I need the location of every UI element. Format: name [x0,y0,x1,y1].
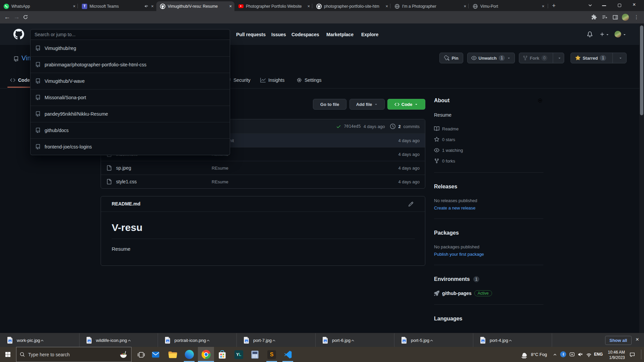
start-button-icon[interactable] [5,352,11,357]
publish-package-link[interactable]: Publish your first package [434,252,484,257]
search-suggestion[interactable]: Vimugithub/V-wave [31,73,230,89]
taskbar-search-box[interactable]: Type here to search [16,347,131,362]
search-highlight-food-icon[interactable] [119,350,128,359]
window-minimize-button[interactable] [602,5,606,6]
bluetooth-icon[interactable] [560,351,566,357]
download-item[interactable]: port-5.jpg [394,333,473,347]
nav-marketplace[interactable]: Marketplace [326,32,354,37]
browser-profile-avatar[interactable] [622,14,629,21]
file-row[interactable]: sp.jpeg REsume 4 days ago [101,161,425,175]
download-item[interactable]: work-pic.jpg [0,333,79,347]
taskbar-yl-app-icon[interactable]: YL [231,347,247,362]
task-view-icon[interactable] [138,352,145,358]
downloads-close-icon[interactable]: × [636,336,639,343]
github-search-input[interactable]: Search or jump to... [30,29,230,40]
chevron-up-icon[interactable] [206,338,210,343]
pin-button[interactable]: Pin [439,53,463,63]
tab-photographer[interactable]: I'm a Photographer × [391,1,469,11]
tab-code[interactable]: Code [10,77,30,83]
search-suggestion[interactable]: github/docs [31,122,230,138]
tab-close-icon[interactable]: × [464,4,466,9]
search-suggestion[interactable]: Vimugithub/reg [31,40,230,56]
starred-button[interactable]: Starred 1 [571,53,627,63]
taskbar-mail-icon[interactable] [148,347,164,362]
commits-label[interactable]: commits [404,124,420,129]
taskbar-chrome-icon[interactable] [198,347,214,362]
download-item[interactable]: wildlife-icon.png [79,333,158,347]
browser-menu-icon[interactable]: ⋮ [634,14,639,20]
taskbar-calculator-icon[interactable] [247,347,263,362]
show-all-downloads-button[interactable]: Show all [605,336,632,345]
speaker-muted-icon[interactable] [578,352,583,357]
create-new-plus-icon[interactable] [600,32,605,37]
taskbar-clock[interactable]: 10:46 AM 1/9/2023 [605,350,625,360]
tab-whatsapp[interactable]: WhatsApp × [0,1,78,11]
chevron-up-icon[interactable] [351,338,355,343]
search-suggestion[interactable]: prabinmagar/photographer-portfolio-site-… [31,56,230,73]
chevron-up-icon[interactable] [272,338,276,343]
taskbar-store-icon[interactable] [214,347,230,362]
nav-pull-requests[interactable]: Pull requests [236,32,266,37]
file-row[interactable]: style1.css REsume 4 days ago [101,175,425,188]
tab-insights[interactable]: Insights [260,77,284,83]
add-file-button[interactable]: Add file [350,99,385,110]
starred-dropdown[interactable] [615,56,626,60]
extensions-puzzle-icon[interactable] [591,14,597,20]
pencil-icon[interactable] [408,201,414,207]
commit-date[interactable]: 4 days ago [364,124,385,129]
action-center-icon[interactable] [629,352,635,358]
about-gear-icon[interactable] [537,98,543,103]
window-chevron-icon[interactable] [588,3,593,8]
tab-youtube[interactable]: Photographer Portfolio Website × [234,1,313,11]
weather-widget[interactable]: 8°C Fog [520,347,547,362]
scrollbar-thumb[interactable] [640,25,643,115]
sidebar-readme-link[interactable]: Readme [434,126,459,131]
fork-dropdown[interactable] [555,56,564,60]
chevron-down-icon[interactable] [623,33,627,37]
chevron-down-icon[interactable] [605,33,609,37]
nav-issues[interactable]: Issues [271,32,286,37]
back-icon[interactable]: ← [4,14,10,20]
file-name[interactable]: sp.jpeg [116,165,131,171]
tab-github-portfolio[interactable]: photographer-portfolio-site-htm × [313,1,391,11]
tab-close-icon[interactable]: × [73,4,75,9]
fork-button[interactable]: Fork 0 [519,53,564,63]
tab-teams[interactable]: T Microsoft Teams × [78,1,156,11]
unwatch-button[interactable]: Unwatch 1 [467,53,515,63]
side-panel-icon[interactable] [612,14,618,20]
window-restore-button[interactable] [618,4,621,7]
taskbar-vscode-icon[interactable] [280,347,296,362]
show-desktop-divider[interactable] [641,350,641,359]
commits-count[interactable]: 2 [398,124,400,129]
window-close-button[interactable]: × [633,2,636,8]
tab-close-icon[interactable]: × [151,4,154,9]
taskbar-edge-icon[interactable] [181,347,197,362]
environment-name[interactable]: github-pages [442,291,472,296]
github-logo-icon[interactable] [13,29,24,40]
chevron-up-icon[interactable] [508,338,513,343]
download-item[interactable]: port-7.jpg [236,333,315,347]
file-commit-message[interactable]: REsume [212,166,228,171]
sidebar-watching-link[interactable]: 1 watching [434,147,463,153]
tray-chevron-up-icon[interactable] [553,352,557,357]
tab-close-icon[interactable]: × [307,4,310,9]
taskbar-file-explorer-icon[interactable] [164,347,180,362]
environment-row[interactable]: github-pages Active [434,290,492,296]
create-release-link[interactable]: Create a new release [434,205,476,210]
search-suggestion[interactable]: frontend-joe/css-logins [31,138,230,155]
chevron-up-icon[interactable] [40,338,44,343]
tab-close-icon[interactable]: × [229,4,232,9]
tab-muted-icon[interactable] [144,4,149,8]
github-user-avatar[interactable] [614,31,621,38]
language-indicator[interactable]: ENG [594,352,603,357]
wifi-icon[interactable] [586,352,592,357]
readme-filename[interactable]: README.md [112,201,141,206]
file-name[interactable]: style1.css [116,179,137,184]
file-commit-message[interactable]: REsume [212,179,228,184]
tab-settings[interactable]: Settings [297,77,322,83]
tab-vimu-port[interactable]: Vimu-Port × [469,1,547,11]
commit-hash[interactable]: 7014ed5 [344,124,361,129]
download-item[interactable]: port-4.jpg [473,333,552,347]
code-button[interactable]: Code [387,99,425,110]
chevron-up-icon[interactable] [429,338,434,343]
